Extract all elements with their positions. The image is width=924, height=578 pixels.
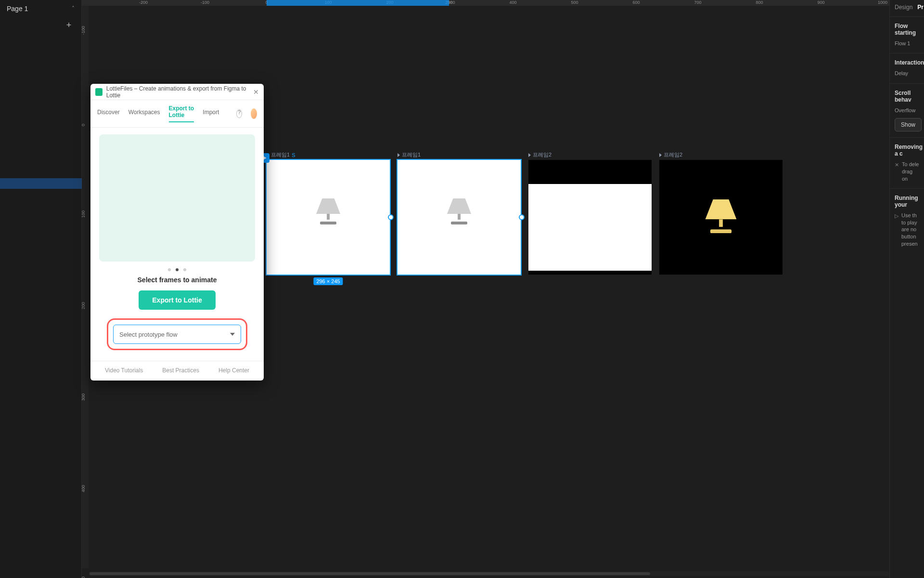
current-page-name: Page 1	[7, 5, 28, 13]
ruler-tick: 600	[632, 0, 640, 5]
plugin-tab[interactable]: Import	[203, 109, 219, 118]
inspector-tabs: DesignPr	[890, 4, 924, 16]
ruler-tick: 0	[81, 124, 86, 126]
export-to-lottie-button[interactable]: Export to Lottie	[139, 290, 215, 310]
delete-connection-icon: ⨯	[895, 161, 899, 183]
ruler-tick: 400	[509, 0, 516, 5]
carousel-dot[interactable]	[168, 268, 171, 271]
plugin-title-text: LottieFiles – Create animations & export…	[106, 85, 249, 99]
plugin-tab[interactable]: Export to Lottie	[169, 105, 194, 122]
canvas-frame[interactable]	[659, 160, 783, 275]
frame-triangle-icon	[659, 153, 662, 157]
ruler-tick: 900	[817, 0, 824, 5]
overflow-value[interactable]: Overflow	[895, 107, 919, 114]
removing-connection-label: Removing a c	[895, 144, 919, 157]
carousel-dot[interactable]	[176, 268, 179, 271]
pages-header[interactable]: Page 1 ˄	[0, 0, 81, 17]
ruler-tick: 500	[571, 0, 578, 5]
carousel-dot[interactable]	[183, 268, 186, 271]
frame-triangle-icon	[528, 153, 531, 157]
scrollbar-thumb[interactable]	[90, 572, 650, 575]
frame-wrap: 프레임2	[659, 160, 783, 275]
frame-wrap: 프레임1S296 × 245	[267, 160, 390, 275]
inspector-tab[interactable]: Pr	[917, 4, 924, 11]
show-prototype-button[interactable]: Show	[895, 118, 922, 131]
plugin-heading: Select frames to animate	[99, 276, 255, 284]
select-prototype-flow-highlight: Select prototype flow	[107, 318, 247, 350]
frame-label[interactable]: 프레임1S	[267, 151, 295, 158]
running-prototype-label: Running your	[895, 195, 919, 208]
lamp-icon	[706, 199, 737, 233]
lottiefiles-plugin-window: LottieFiles – Create animations & export…	[90, 84, 264, 381]
inspector-panel: DesignPr Flow starting Flow 1 Interactio…	[889, 0, 924, 578]
horizontal-scrollbar[interactable]	[89, 571, 889, 576]
frame-label[interactable]: 프레임2	[528, 151, 552, 158]
layer-selection-highlight	[0, 178, 82, 189]
prototype-connection-handle[interactable]	[519, 214, 525, 220]
inspector-tab[interactable]: Design	[895, 4, 912, 11]
ruler-tick: -100	[81, 26, 86, 35]
flow-start-indicator: S	[292, 152, 295, 158]
plugin-footer-link[interactable]: Best Practices	[162, 367, 199, 374]
plugin-preview-area	[99, 134, 255, 262]
canvas-frame[interactable]: 296 × 245	[267, 160, 390, 275]
frame-dimensions-badge: 296 × 245	[313, 277, 343, 285]
plugin-footer-link[interactable]: Video Tutorials	[105, 367, 143, 374]
ruler-horizontal[interactable]: -200-10001002002963004005006007008009001…	[82, 0, 889, 6]
ruler-tick: 1000	[878, 0, 887, 5]
chevron-up-icon: ˄	[72, 5, 75, 12]
lottiefiles-logo-icon	[95, 88, 103, 96]
carousel-dots[interactable]	[99, 268, 255, 271]
scroll-behavior-label: Scroll behav	[895, 90, 919, 103]
figma-viewport: Page 1 ˄ + -200-100010020029630040050060…	[0, 0, 924, 578]
flow-name[interactable]: Flow 1	[895, 40, 919, 47]
frame-name: 프레임2	[533, 151, 552, 158]
ruler-tick: 200	[81, 302, 86, 309]
ruler-tick: 300	[81, 394, 86, 401]
frames-row: 프레임1S296 × 245프레임1프레임2프레임2	[267, 160, 783, 275]
running-help-text: Use th to play are no button presen	[901, 212, 918, 248]
canvas-frame[interactable]	[528, 160, 652, 275]
frame-wrap: 프레임2	[528, 160, 652, 275]
flow-starting-label: Flow starting	[895, 23, 919, 36]
frame-label[interactable]: 프레임1	[398, 151, 421, 158]
ruler-tick: 700	[694, 0, 701, 5]
user-avatar[interactable]	[251, 108, 257, 119]
lamp-icon	[316, 198, 340, 224]
ruler-selection-range	[267, 0, 449, 6]
frame-wrap: 프레임1	[398, 160, 521, 275]
removing-help-text: To dele drag on	[902, 161, 919, 183]
frame-name: 프레임1	[402, 151, 421, 158]
prototype-connection-handle[interactable]	[388, 214, 394, 220]
frame-label[interactable]: 프레임2	[659, 151, 682, 158]
pages-panel: Page 1 ˄ +	[0, 0, 82, 578]
ruler-tick: -200	[139, 0, 148, 5]
chevron-down-icon	[230, 333, 235, 336]
lamp-icon	[447, 198, 471, 224]
plugin-footer-links: Video TutorialsBest PracticesHelp Center	[90, 361, 264, 381]
plugin-tab[interactable]: Workspaces	[128, 109, 160, 118]
frame-name: 프레임2	[664, 151, 682, 158]
select-placeholder: Select prototype flow	[119, 331, 178, 338]
interaction-type[interactable]: Delay	[895, 70, 919, 77]
frame-name: 프레임1	[271, 151, 290, 158]
ruler-tick: 400	[81, 485, 86, 492]
close-icon[interactable]: ✕	[253, 88, 259, 96]
select-prototype-flow-dropdown[interactable]: Select prototype flow	[113, 325, 241, 344]
help-icon[interactable]: ?	[236, 109, 242, 118]
lamp-icon	[578, 198, 602, 224]
plugin-titlebar[interactable]: LottieFiles – Create animations & export…	[90, 84, 264, 100]
frame-triangle-icon	[398, 153, 400, 157]
ruler-tick: 100	[81, 210, 86, 218]
ruler-tick: -100	[201, 0, 209, 5]
interactions-label: Interactions	[895, 59, 919, 66]
plugin-footer-link[interactable]: Help Center	[218, 367, 249, 374]
canvas-frame[interactable]	[398, 160, 521, 275]
ruler-vertical[interactable]: -1000100200300400500	[82, 6, 89, 568]
plugin-tabs: DiscoverWorkspacesExport to LottieImport…	[90, 100, 264, 128]
plugin-tab[interactable]: Discover	[97, 109, 120, 118]
play-icon: ▷	[895, 212, 898, 248]
ruler-tick: 800	[756, 0, 763, 5]
add-page-button[interactable]: +	[63, 19, 75, 31]
